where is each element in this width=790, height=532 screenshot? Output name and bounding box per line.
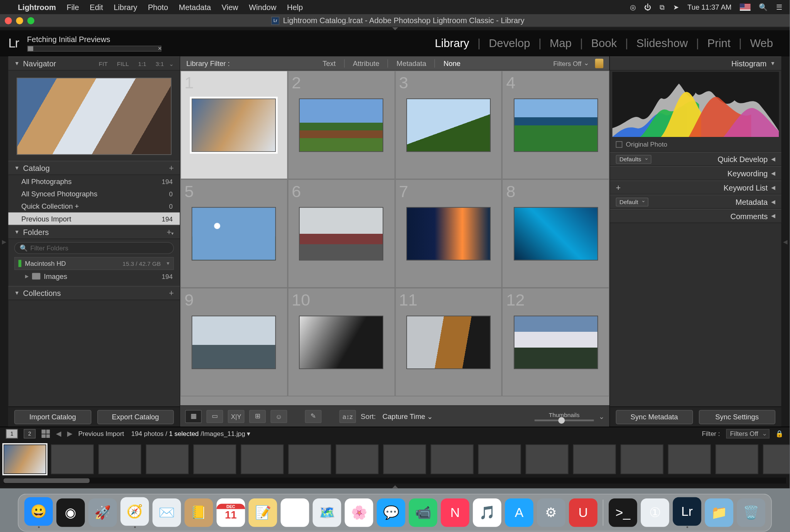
menu-help[interactable]: Help [287, 3, 303, 12]
thumbnail-size-slider[interactable]: Thumbnails [535, 412, 594, 421]
thumbnail-11[interactable] [406, 315, 490, 368]
navigator-header[interactable]: ▼ Navigator FIT FILL 1:1 3:1 ⌄ [8, 56, 180, 71]
dock-launchpad-icon[interactable]: 🚀 [88, 498, 117, 527]
thumbnail-12[interactable] [513, 315, 598, 368]
filmstrip-source-path[interactable]: Previous Import 194 photos / 1 selected … [78, 430, 251, 437]
sync-settings-button[interactable]: Sync Settings [699, 410, 775, 424]
grid-cell-9[interactable]: 9 [181, 288, 288, 396]
catalog-row-0[interactable]: All Photographs194 [8, 175, 180, 187]
thumbnail-8[interactable] [513, 207, 598, 260]
filmstrip-strip[interactable] [0, 440, 790, 477]
window-zoom-button[interactable] [27, 17, 34, 24]
grid-view-button[interactable]: ▦ [185, 410, 202, 423]
dock-downloads-icon[interactable]: 📁 [705, 498, 733, 527]
left-panel-collapse-handle[interactable]: ▶ [0, 56, 8, 427]
dock-settings-icon[interactable]: ⚙︎ [537, 498, 565, 527]
filmstrip-thumb-9[interactable] [383, 444, 426, 474]
folder-row-images[interactable]: ▶ Images 194 [8, 270, 180, 282]
volume-row[interactable]: Macintosh HD 15.3 / 42.7 GB ▾ [14, 257, 174, 270]
survey-view-button[interactable]: ⊞ [249, 410, 266, 423]
filter-lock-icon[interactable] [595, 58, 604, 68]
filmstrip-thumb-15[interactable] [668, 444, 711, 474]
menu-file[interactable]: File [67, 3, 79, 12]
filmstrip-thumb-2[interactable] [51, 444, 94, 474]
sync-metadata-button[interactable]: Sync Metadata [616, 410, 692, 424]
collections-add-button[interactable]: + [169, 288, 174, 298]
grid-cell-3[interactable]: 3 [395, 71, 502, 179]
airplay-icon[interactable]: ⧉ [660, 3, 665, 12]
filmstrip-thumb-17[interactable] [763, 444, 790, 474]
filmstrip-thumb-13[interactable] [573, 444, 616, 474]
filmstrip-thumb-6[interactable] [241, 444, 284, 474]
nav-1-1[interactable]: 1:1 [138, 60, 146, 67]
activity-cancel-button[interactable]: × [158, 44, 162, 51]
compare-view-button[interactable]: X|Y [228, 410, 245, 423]
module-web[interactable]: Web [742, 37, 782, 50]
dock-terminal-icon[interactable]: >_ [609, 498, 637, 527]
section-preset-menu[interactable]: Default [616, 197, 648, 206]
grid-cell-4[interactable]: 4 [502, 71, 609, 179]
toolbar-contents-menu[interactable]: ⌄ [599, 412, 604, 421]
dock-news-icon[interactable]: N [441, 498, 469, 527]
menubar-clock[interactable]: Tue 11:37 AM [687, 3, 731, 12]
filter-tab-attribute[interactable]: Attribute [348, 59, 384, 68]
dock-mail-icon[interactable]: ✉️ [152, 498, 181, 527]
folders-filter-input[interactable]: 🔍 Filter Folders [14, 242, 174, 254]
painter-tool-button[interactable]: ✎ [305, 410, 322, 423]
right-section-keywording[interactable]: Keywording◀ [610, 166, 781, 181]
catalog-row-1[interactable]: All Synced Photographs0 [8, 187, 180, 200]
right-panel-collapse-handle[interactable]: ◀ [782, 56, 790, 427]
menu-edit[interactable]: Edit [90, 3, 103, 12]
dock-itunes-icon[interactable]: 🎵 [473, 498, 501, 527]
grid-cell-10[interactable]: 10 [288, 288, 395, 396]
catalog-add-button[interactable]: + [169, 163, 174, 173]
second-window-button[interactable]: 2 [24, 429, 36, 439]
folders-add-button[interactable]: +▾ [167, 227, 174, 237]
people-view-button[interactable]: ☺ [270, 410, 287, 423]
sort-menu[interactable]: Capture Time ⌄ [380, 412, 433, 421]
cc-icon[interactable]: ◎ [630, 3, 636, 12]
window-close-button[interactable] [5, 17, 12, 24]
right-section-keyword-list[interactable]: +Keyword List◀ [610, 181, 781, 195]
grid-cell-1[interactable]: 1 [181, 71, 288, 179]
module-book[interactable]: Book [583, 37, 625, 50]
grid-cell-12[interactable]: 12 [502, 288, 609, 396]
grid-cell-7[interactable]: 7 [395, 179, 502, 287]
filter-tab-text[interactable]: Text [318, 59, 340, 68]
dock-safari-icon[interactable]: 🧭 [120, 497, 149, 526]
export-catalog-button[interactable]: Export Catalog [97, 410, 174, 424]
filmstrip-thumb-16[interactable] [716, 444, 758, 474]
thumbnail-4[interactable] [513, 98, 598, 152]
catalog-header[interactable]: ▼ Catalog + [8, 161, 180, 175]
grid-cell-2[interactable]: 2 [288, 71, 395, 179]
dock-reminders-icon[interactable]: ☑︎ [280, 498, 309, 527]
dock-appstore-icon[interactable]: A [505, 498, 533, 527]
filmstrip-thumb-1[interactable] [3, 444, 46, 474]
filmstrip-thumb-8[interactable] [336, 444, 379, 474]
grid-cell-8[interactable]: 8 [502, 179, 609, 287]
thumbnail-10[interactable] [299, 315, 383, 368]
module-slideshow[interactable]: Slideshow [628, 37, 696, 50]
top-panel-collapse-handle[interactable] [392, 27, 398, 30]
module-develop[interactable]: Develop [481, 37, 538, 50]
loupe-view-button[interactable]: ▭ [206, 410, 223, 423]
thumbnail-9[interactable] [192, 315, 276, 368]
dock-messages-icon[interactable]: 💬 [377, 498, 405, 527]
dock-finder-icon[interactable]: 😀 [24, 497, 53, 526]
dock-maps-icon[interactable]: 🗺️ [313, 498, 341, 527]
collections-header[interactable]: ▼ Collections + [8, 286, 180, 300]
dock-contacts-icon[interactable]: 📒 [184, 498, 213, 527]
filmstrip-filter-lock-icon[interactable]: 🔒 [775, 430, 784, 437]
filmstrip-thumb-3[interactable] [98, 444, 141, 474]
go-forward-button[interactable]: ▶ [67, 430, 73, 438]
filmstrip-thumb-7[interactable] [288, 444, 331, 474]
grid-cell-5[interactable]: 5 [181, 179, 288, 287]
nav-zoom-menu[interactable]: ⌄ [167, 60, 174, 67]
module-map[interactable]: Map [541, 37, 580, 50]
thumbnail-6[interactable] [299, 207, 383, 260]
input-source-flag-icon[interactable] [740, 3, 751, 10]
thumbnail-5[interactable] [192, 207, 276, 260]
menu-extras-icon[interactable]: ☰ [776, 3, 783, 12]
filmstrip-thumb-11[interactable] [478, 444, 521, 474]
filter-tab-none[interactable]: None [439, 59, 465, 68]
